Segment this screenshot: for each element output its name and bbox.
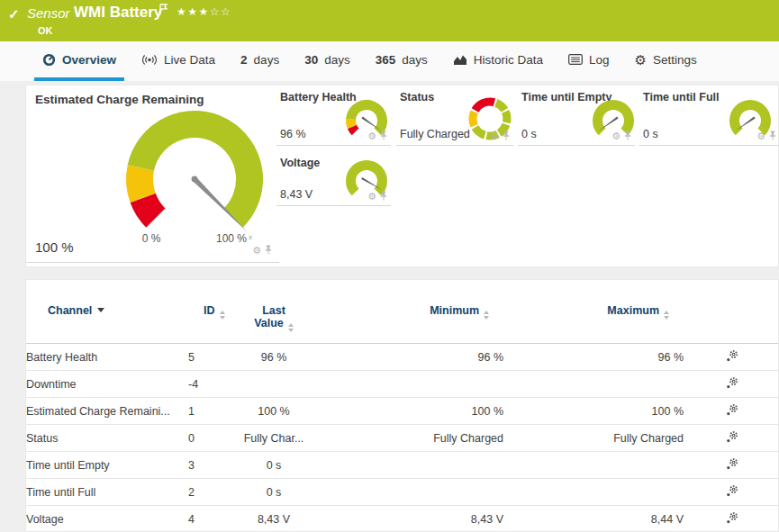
pin-icon[interactable] [768,128,777,144]
gauge-value: 100 % [35,239,74,255]
channel-minimum [314,452,503,479]
tab-overview[interactable]: Overview [34,41,124,81]
tab-label: Settings [653,53,697,67]
tab-label: days [402,53,428,67]
gear-icon[interactable]: ⚙ [367,192,376,202]
channel-settings-icon[interactable] [726,512,738,527]
gear-icon[interactable]: ⚙ [756,131,765,141]
column-header-last-value[interactable]: Last Value [233,280,314,344]
gauge-value: Fully Charged [400,128,470,140]
channel-last-value: 0 s [233,479,314,506]
tab-label: Overview [62,53,116,67]
channel-maximum [503,479,684,506]
channel-settings-icon[interactable] [726,377,738,392]
gauge-value: 96 % [280,128,306,140]
tab-2-days[interactable]: 2 days [232,41,287,81]
chart-icon [453,54,467,66]
column-header-id[interactable]: ID [188,280,233,344]
channel-settings-icon[interactable] [726,350,738,365]
column-header-minimum[interactable]: Minimum [314,280,503,344]
table-row[interactable]: Time until Empty 3 0 s [26,452,779,479]
tab-30-days[interactable]: 30 days [296,41,358,81]
gear-icon[interactable]: ⚙ [252,246,261,256]
gauge-value: 8,43 V [280,188,313,201]
gear-icon[interactable]: ⚙ [367,131,376,141]
channel-name: Estimated Charge Remaini... [26,398,188,425]
tab-number: 30 [304,53,318,67]
channel-id: -4 [188,371,233,398]
tab-number: 2 [240,53,248,67]
channel-last-value: 96 % [233,344,314,371]
channel-name: Voltage [26,506,188,532]
table-row[interactable]: Battery Health 5 96 % 96 % 96 % [26,344,779,371]
channel-settings-icon[interactable] [726,404,738,419]
channel-maximum: 8,44 V [503,506,684,532]
sensor-header: ✓ Sensor WMI Battery ★★★☆☆ OK [0,0,779,41]
channel-id: 0 [188,425,233,452]
channel-id: 3 [188,452,233,479]
column-header-channel[interactable]: Channel [26,280,188,344]
pin-icon[interactable] [379,128,388,144]
channel-minimum: 96 % [314,344,503,371]
table-row[interactable]: Status 0 Fully Char... Fully Charged Ful… [26,425,779,452]
tab-label: Log [589,53,610,67]
channel-maximum [503,452,684,479]
sensor-title: WMI Battery [74,4,162,22]
gauge-tile-estimated-charge: Estimated Charge Remaining x 0 % 100 % 1… [26,86,279,263]
pin-icon[interactable] [379,188,388,204]
channel-settings-icon[interactable] [726,431,738,446]
tab-settings[interactable]: ⚙ Settings [627,41,705,81]
channel-maximum: Fully Charged [503,425,684,452]
gauge-value: 0 s [521,128,537,140]
channel-id: 4 [188,506,233,532]
pin-icon[interactable] [264,242,273,258]
gauge-max-label: 100 % [206,232,257,245]
channel-id: 5 [188,344,233,371]
table-row[interactable]: Time until Full 2 0 s [26,479,779,506]
gear-icon: ⚙ [635,53,647,67]
channel-minimum [314,479,503,506]
sensor-kind-label: Sensor [27,5,70,21]
channel-last-value: 8,43 V [233,506,314,532]
table-row[interactable]: Voltage 4 8,43 V 8,43 V 8,44 V [26,506,779,532]
gauge-title: Voltage [280,157,320,169]
channel-name: Status [26,425,188,452]
tab-label: days [324,53,350,67]
priority-stars[interactable]: ★★★☆☆ [177,5,231,18]
priority-flag-icon[interactable] [159,3,168,19]
tab-label: Live Data [164,53,215,67]
channel-last-value [233,371,314,398]
channel-maximum: 100 % [503,398,684,425]
tab-log[interactable]: Log [560,41,618,81]
gauge-tile-voltage: Voltage 8,43 V ⚙ [276,151,391,206]
gauge-icon [42,53,56,67]
channel-id: 1 [188,398,233,425]
channel-minimum: 8,43 V [314,506,503,532]
gauge-tile-time-until-full: Time until Full 0 s ⚙ [639,86,779,146]
gear-icon[interactable]: ⚙ [611,131,620,141]
tab-number: 365 [376,53,396,67]
channel-name: Battery Health [26,344,188,371]
tab-label: days [254,53,280,67]
gauge-tile-time-until-empty: Time until Empty 0 s ⚙ [518,86,635,146]
channel-minimum [314,371,503,398]
sort-icon [288,323,294,332]
pin-icon[interactable] [502,128,511,144]
gear-icon[interactable]: ⚙ [490,131,499,141]
table-row[interactable]: Estimated Charge Remaini... 1 100 % 100 … [26,398,779,425]
gauge-title: Time until Full [643,91,720,104]
live-icon [141,54,158,66]
tab-365-days[interactable]: 365 days [367,41,436,81]
tab-historic-data[interactable]: Historic Data [445,41,551,81]
column-header-maximum[interactable]: Maximum [503,280,684,344]
table-row[interactable]: Downtime -4 [26,371,779,398]
estimated-charge-gauge: x [109,100,280,253]
channel-name: Downtime [26,371,188,398]
pin-icon[interactable] [623,128,632,144]
gauge-tile-battery-health: Battery Health 96 % ⚙ [276,86,391,146]
tab-live-data[interactable]: Live Data [133,41,223,81]
channel-settings-icon[interactable] [726,485,738,500]
channel-settings-icon[interactable] [726,458,738,473]
sort-desc-icon [97,308,104,312]
gauge-title: Status [400,91,434,104]
